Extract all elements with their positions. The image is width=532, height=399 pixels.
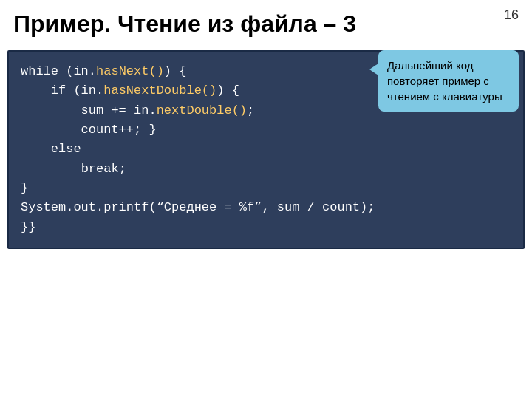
- slide-number: 16: [504, 7, 519, 23]
- tooltip-text: Дальнейший код повторяет пример с чтение…: [387, 59, 502, 103]
- slide: 16 Пример. Чтение из файла – 3 while (in…: [0, 0, 532, 399]
- tooltip-callout: Дальнейший код повторяет пример с чтение…: [378, 50, 519, 112]
- slide-title: Пример. Чтение из файла – 3: [13, 10, 356, 38]
